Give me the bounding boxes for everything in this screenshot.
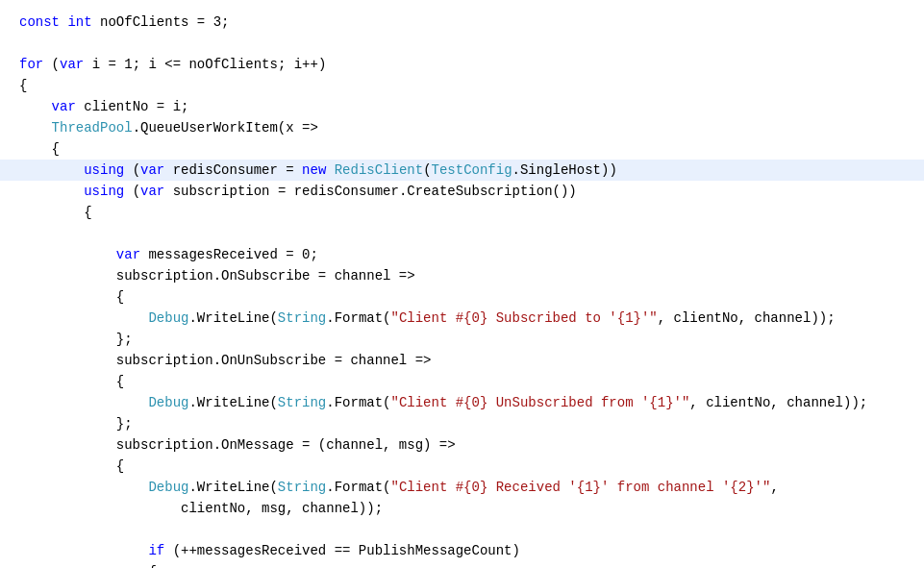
code-line: subscription.OnUnSubscribe = channel => (0, 350, 924, 371)
code-line: { (0, 286, 924, 308)
code-token: { (19, 138, 60, 160)
code-token (19, 308, 148, 329)
code-token (19, 392, 148, 413)
code-line: subscription.OnMessage = (channel, msg) … (0, 434, 924, 456)
code-token (326, 160, 334, 181)
code-token: }; (19, 413, 133, 434)
code-token: for (19, 54, 43, 75)
code-token: String (278, 308, 326, 329)
code-line: }; (0, 413, 924, 434)
code-token: . (188, 308, 196, 329)
code-token (19, 160, 84, 181)
code-token: TestConfig (432, 160, 512, 181)
code-token: Debug (148, 392, 188, 413)
code-token: subscription.OnSubscribe = channel => (19, 265, 415, 286)
code-token: { (19, 456, 124, 477)
code-token: , clientNo, channel)); (658, 308, 836, 329)
code-line: }; (0, 329, 924, 350)
code-line (0, 223, 924, 244)
code-line: if (++messagesReceived == PublishMessage… (0, 540, 924, 561)
code-token (60, 12, 67, 33)
code-token: RedisClient (335, 160, 423, 181)
code-token: clientNo = i; (76, 96, 189, 117)
code-line: { (0, 202, 924, 223)
code-line: Debug.WriteLine(String.Format("Client #{… (0, 308, 924, 329)
code-token: . (326, 392, 334, 413)
code-token: { (19, 75, 27, 96)
code-line: Debug.WriteLine(String.Format("Client #{… (0, 477, 924, 498)
code-token: "Client #{0} Received '{1}' from channel… (391, 477, 771, 498)
code-token: using (84, 160, 124, 181)
code-line: { (0, 75, 924, 96)
code-line: const int noOfClients = 3; (0, 12, 924, 33)
code-token (19, 117, 52, 138)
code-token: .SingleHost)) (512, 160, 617, 181)
code-line: { (0, 456, 924, 477)
code-token: { (19, 286, 124, 308)
code-token (19, 477, 148, 498)
code-token: . (326, 477, 334, 498)
code-token: "Client #{0} UnSubscribed from '{1}'" (391, 392, 690, 413)
code-token: using (84, 181, 124, 202)
code-line: { (0, 138, 924, 160)
code-token (19, 244, 116, 265)
code-line: var messagesReceived = 0; (0, 244, 924, 265)
code-token: subscription.OnUnSubscribe = channel => (19, 350, 431, 371)
code-token: var (140, 181, 164, 202)
code-token: . (188, 477, 196, 498)
code-token: ( (423, 160, 431, 181)
code-line (0, 33, 924, 54)
code-token: int (67, 12, 91, 33)
code-token: Format( (335, 477, 391, 498)
code-token: var (116, 244, 140, 265)
code-token: , clientNo, channel)); (689, 392, 867, 413)
code-token: .QueueUserWorkItem(x => (133, 117, 318, 138)
code-line: subscription.OnSubscribe = channel => (0, 265, 924, 286)
code-token: i = 1; i <= noOfClients; i++) (84, 54, 326, 75)
code-token: redisConsumer = (164, 160, 302, 181)
code-token: new (302, 160, 326, 181)
code-token: ( (124, 160, 140, 181)
code-line: clientNo, msg, channel)); (0, 498, 924, 519)
code-line: ThreadPool.QueueUserWorkItem(x => (0, 117, 924, 138)
code-line: Debug.WriteLine(String.Format("Client #{… (0, 392, 924, 413)
code-token: Format( (335, 392, 391, 413)
code-line: for (var i = 1; i <= noOfClients; i++) (0, 54, 924, 75)
code-token: . (188, 392, 196, 413)
code-token: messagesReceived = 0; (140, 244, 318, 265)
code-token: ( (43, 54, 60, 75)
code-token: String (278, 477, 326, 498)
code-token: subscription.OnMessage = (channel, msg) … (19, 434, 456, 456)
code-line: using (var redisConsumer = new RedisClie… (0, 160, 924, 181)
code-editor: const int noOfClients = 3; for (var i = … (0, 0, 924, 568)
code-line (0, 519, 924, 540)
code-token: . (326, 308, 334, 329)
code-token: const (19, 12, 60, 33)
code-token: subscription = redisConsumer.CreateSubsc… (164, 181, 576, 202)
code-token (19, 540, 148, 561)
code-token: var (60, 54, 84, 75)
code-token (19, 96, 52, 117)
code-token: , (770, 477, 778, 498)
code-token: Debug (148, 308, 188, 329)
code-token: var (140, 160, 164, 181)
code-line: { (0, 561, 924, 568)
code-token: ThreadPool (52, 117, 133, 138)
code-token: { (19, 371, 124, 392)
code-line: var clientNo = i; (0, 96, 924, 117)
code-token: WriteLine( (197, 308, 278, 329)
code-token: noOfClients = 3; (92, 12, 230, 33)
code-line: { (0, 371, 924, 392)
code-token: }; (19, 329, 133, 350)
code-token: ( (124, 181, 140, 202)
code-token (19, 181, 84, 202)
code-token: clientNo, msg, channel)); (19, 498, 383, 519)
code-token: { (19, 561, 157, 568)
code-token: var (52, 96, 76, 117)
code-token: { (19, 202, 92, 223)
code-token: WriteLine( (197, 392, 278, 413)
code-token: WriteLine( (197, 477, 278, 498)
code-token: (++messagesReceived == PublishMessageCou… (164, 540, 520, 561)
code-token: "Client #{0} Subscribed to '{1}'" (391, 308, 658, 329)
code-token: String (278, 392, 326, 413)
